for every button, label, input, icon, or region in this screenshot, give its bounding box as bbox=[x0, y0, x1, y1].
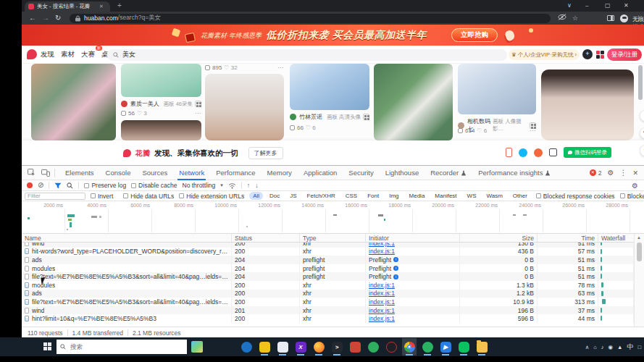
chevron-down-icon[interactable]: ▾ bbox=[220, 182, 223, 188]
scrollbar-thumb[interactable] bbox=[637, 243, 642, 261]
hide-extension-urls-checkbox[interactable]: Hide extension URLs bbox=[179, 193, 244, 200]
site-nav-item[interactable]: 大赛新 bbox=[81, 50, 95, 59]
site-search-input[interactable]: 美女 bbox=[107, 49, 507, 61]
new-tab-button[interactable]: + bbox=[117, 2, 122, 9]
weibo-login-icon[interactable] bbox=[534, 148, 543, 157]
back-button[interactable]: ← bbox=[29, 14, 36, 22]
type-filter-pill[interactable]: Wasm bbox=[482, 192, 506, 200]
site-nav-item[interactable]: 素材 bbox=[61, 50, 75, 59]
network-request-row[interactable]: ads 200 xhr index.js:1i 1.2 kB 63 ms bbox=[22, 290, 634, 298]
tray-icon[interactable]: ⌂ bbox=[593, 344, 597, 350]
column-header-waterfall[interactable]: Waterfall bbox=[598, 234, 634, 242]
huaban-logo[interactable] bbox=[27, 49, 37, 59]
tray-icon[interactable]: ∧ bbox=[585, 344, 590, 350]
taskbar-app-icon[interactable] bbox=[474, 338, 489, 355]
hide-data-urls-checkbox[interactable]: Hide data URLs bbox=[123, 193, 174, 200]
type-filter-pill[interactable]: Media bbox=[406, 192, 429, 200]
like-count[interactable]: ♡ 32 bbox=[224, 64, 237, 71]
login-register-button[interactable]: 登录/注册 bbox=[607, 49, 642, 61]
network-request-row[interactable]: modules 200 xhr index.js:1i 1.3 kB 78 ms bbox=[22, 281, 634, 290]
devtools-tab[interactable]: Network bbox=[173, 166, 210, 180]
browser-menu-icon[interactable]: ⋮ bbox=[635, 14, 642, 22]
type-filter-pill[interactable]: WS bbox=[464, 192, 480, 200]
apps-grid-icon[interactable] bbox=[596, 51, 604, 59]
taskbar-app-icon[interactable] bbox=[366, 338, 380, 355]
user-name[interactable]: 素质一美人 bbox=[130, 100, 159, 108]
site-nav-item[interactable]: 发现 bbox=[41, 50, 54, 59]
type-filter-pill[interactable]: All bbox=[249, 192, 263, 200]
like-count[interactable]: ♡ 6 bbox=[306, 125, 316, 131]
request-initiator[interactable]: index.js:1i bbox=[366, 243, 460, 248]
network-request-row[interactable]: file?text=%E7%BE%8E%E5%A5%B3&sort=all&li… bbox=[22, 272, 634, 281]
request-initiator[interactable]: Preflighti bbox=[366, 272, 460, 281]
column-header-status[interactable]: Status bbox=[232, 234, 300, 242]
disable-cache-checkbox[interactable]: Disable cache bbox=[131, 182, 177, 189]
pin-image[interactable] bbox=[31, 64, 116, 140]
network-overview-timeline[interactable]: 2000 ms4000 ms6000 ms8000 ms10000 ms1200… bbox=[22, 201, 644, 234]
taskbar-search[interactable] bbox=[57, 340, 187, 354]
taskbar-app-icon[interactable] bbox=[275, 338, 290, 355]
window-close-button[interactable]: ✕ bbox=[624, 1, 629, 10]
forward-button[interactable]: → bbox=[42, 14, 49, 22]
taskbar-search-input[interactable] bbox=[69, 342, 170, 351]
network-request-row[interactable]: hint?limit=10&q=%E7%BE%8E%E5%A5%B3 200 x… bbox=[22, 314, 634, 323]
type-filter-pill[interactable]: Img bbox=[385, 192, 402, 200]
address-bar[interactable]: huaban.com/search?q=美女 bbox=[70, 14, 551, 23]
type-filter-pill[interactable]: Doc bbox=[266, 192, 283, 200]
taskbar-app-icon[interactable]: > bbox=[330, 338, 344, 355]
network-request-row[interactable]: hit-words?word_type=PLACEHOLDER_WORD&pos… bbox=[22, 248, 634, 256]
pin-user-row[interactable]: 素质一美人 画板 46采集 bbox=[121, 100, 201, 108]
taskbar-app-icon[interactable] bbox=[402, 338, 417, 355]
preserve-log-checkbox[interactable]: Preserve log bbox=[84, 182, 126, 189]
tray-icon[interactable]: ♪ bbox=[601, 344, 604, 350]
request-initiator[interactable]: index.js:1i bbox=[366, 306, 460, 315]
type-filter-pill[interactable]: Other bbox=[509, 192, 531, 200]
qq-login-icon[interactable] bbox=[519, 148, 527, 157]
taskbar-app-icon[interactable] bbox=[384, 338, 398, 355]
devtools-tab[interactable]: Lighthouse bbox=[380, 166, 425, 180]
wechat-login-button[interactable]: 微信扫码登录 bbox=[564, 147, 611, 158]
type-filter-pill[interactable]: Font bbox=[364, 192, 382, 200]
network-request-row[interactable]: wind 200 xhr index.js:1i 130 B 51 ms bbox=[22, 243, 634, 248]
pin-image[interactable] bbox=[290, 64, 369, 110]
devtools-tab[interactable]: Sources bbox=[136, 166, 173, 180]
side-panel-icon[interactable] bbox=[607, 15, 614, 21]
inspect-icon[interactable] bbox=[28, 169, 35, 177]
board-label[interactable]: 画板 46采集 bbox=[164, 101, 193, 108]
incognito-avatar[interactable] bbox=[620, 14, 628, 22]
scroll-up-icon[interactable]: ▲ bbox=[637, 235, 641, 240]
devtools-tab[interactable]: Elements bbox=[59, 166, 100, 180]
network-request-row[interactable]: wind 201 xhr index.js:1i 196 B 37 ms bbox=[22, 306, 634, 315]
taskbar-app-icon[interactable] bbox=[348, 338, 362, 355]
column-header-type[interactable]: Type bbox=[300, 234, 366, 242]
device-toolbar-icon[interactable] bbox=[41, 169, 50, 177]
error-count[interactable]: 2 bbox=[598, 169, 602, 177]
devtools-close-icon[interactable]: ✕ bbox=[632, 169, 638, 177]
clear-button[interactable]: ⊘ bbox=[38, 182, 43, 189]
network-conditions-icon[interactable] bbox=[228, 182, 236, 189]
partner-login-icon[interactable] bbox=[549, 148, 557, 156]
devtools-tab[interactable]: Memory bbox=[262, 166, 298, 180]
board-label[interactable]: 画板 高清头像 bbox=[327, 114, 361, 121]
tray-icon[interactable]: 中 bbox=[627, 342, 633, 352]
devtools-tab[interactable]: Security bbox=[343, 166, 379, 180]
start-button[interactable] bbox=[43, 342, 51, 350]
network-table-header[interactable]: Name Status Type Initiator Size Time Wat… bbox=[22, 234, 634, 243]
tray-icon[interactable]: ▲ bbox=[617, 344, 622, 350]
tray-icon[interactable]: ◉ bbox=[608, 344, 613, 350]
user-avatar[interactable] bbox=[290, 114, 296, 120]
bookmark-star-icon[interactable]: ☆ bbox=[572, 14, 578, 22]
user-name[interactable]: 竹林景谣 bbox=[299, 113, 322, 121]
type-filter-pill[interactable]: Manifest bbox=[431, 192, 460, 200]
pin-image[interactable] bbox=[121, 64, 201, 97]
network-request-row[interactable]: ads 204 preflight Preflighti 0 B 51 ms bbox=[22, 256, 634, 264]
promo-banner[interactable]: 花瓣素材·年终感恩季 低价折扣来袭 买会员最高加送半年 立即抢购 bbox=[22, 25, 644, 46]
column-header-initiator[interactable]: Initiator bbox=[366, 234, 460, 242]
window-chevron-icon[interactable]: ∨ bbox=[567, 1, 572, 10]
taskbar-app-icon[interactable] bbox=[239, 338, 254, 355]
type-filter-pill[interactable]: Fetch/XHR bbox=[304, 192, 339, 200]
request-initiator[interactable]: index.js:1i bbox=[366, 248, 460, 256]
taskbar-app-icon[interactable]: ▶ bbox=[438, 338, 453, 355]
browser-tab[interactable]: 美女 - 搜索结果 - 花瓣 ✕ bbox=[25, 1, 110, 12]
learn-more-button[interactable]: 了解更多 bbox=[248, 147, 283, 159]
